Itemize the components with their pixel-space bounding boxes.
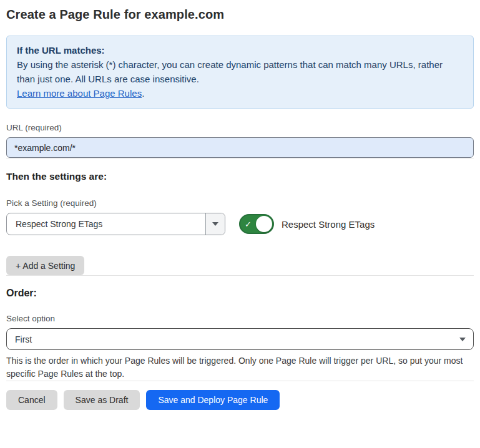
order-select[interactable]: First bbox=[6, 328, 474, 350]
info-box-body: By using the asterisk (*) character, you… bbox=[17, 57, 463, 86]
section-divider bbox=[6, 158, 474, 158]
cancel-button[interactable]: Cancel bbox=[6, 390, 57, 410]
section-divider bbox=[6, 275, 474, 276]
page-title: Create a Page Rule for example.com bbox=[6, 7, 474, 22]
chevron-down-icon bbox=[212, 222, 218, 226]
order-select-value: First bbox=[7, 334, 452, 344]
toggle-label: Respect Strong ETags bbox=[282, 219, 375, 230]
order-select-label: Select option bbox=[6, 314, 474, 323]
save-and-deploy-button[interactable]: Save and Deploy Page Rule bbox=[146, 390, 280, 410]
setting-picker-label: Pick a Setting (required) bbox=[6, 198, 474, 208]
url-input[interactable] bbox=[6, 137, 474, 158]
check-icon: ✓ bbox=[245, 220, 252, 228]
save-as-draft-button[interactable]: Save as Draft bbox=[64, 390, 140, 410]
toggle-knob bbox=[256, 216, 272, 232]
page-rule-form: Create a Page Rule for example.com If th… bbox=[0, 0, 480, 410]
link-period: . bbox=[142, 88, 144, 99]
section-divider bbox=[6, 381, 474, 381]
order-help-text: This is the order in which your Page Rul… bbox=[6, 354, 474, 381]
order-select-arrow bbox=[452, 329, 473, 349]
setting-select-arrow-box[interactable] bbox=[205, 213, 225, 235]
info-box-link-line: Learn more about Page Rules. bbox=[17, 86, 463, 100]
setting-row: Respect Strong ETags ✓ Respect Strong ET… bbox=[6, 213, 474, 235]
url-field-label: URL (required) bbox=[6, 123, 474, 132]
learn-more-link[interactable]: Learn more about Page Rules bbox=[17, 88, 142, 99]
form-actions: Cancel Save as Draft Save and Deploy Pag… bbox=[6, 390, 474, 410]
setting-select[interactable]: Respect Strong ETags bbox=[6, 213, 225, 235]
order-heading: Order: bbox=[6, 288, 474, 299]
setting-select-value: Respect Strong ETags bbox=[7, 219, 205, 229]
settings-heading: Then the settings are: bbox=[6, 171, 474, 182]
url-match-info-box: If the URL matches: By using the asteris… bbox=[6, 36, 474, 109]
respect-strong-etags-toggle[interactable]: ✓ bbox=[239, 214, 274, 234]
info-box-heading: If the URL matches: bbox=[17, 43, 463, 57]
chevron-down-icon bbox=[459, 338, 466, 341]
add-setting-button[interactable]: + Add a Setting bbox=[6, 256, 84, 275]
